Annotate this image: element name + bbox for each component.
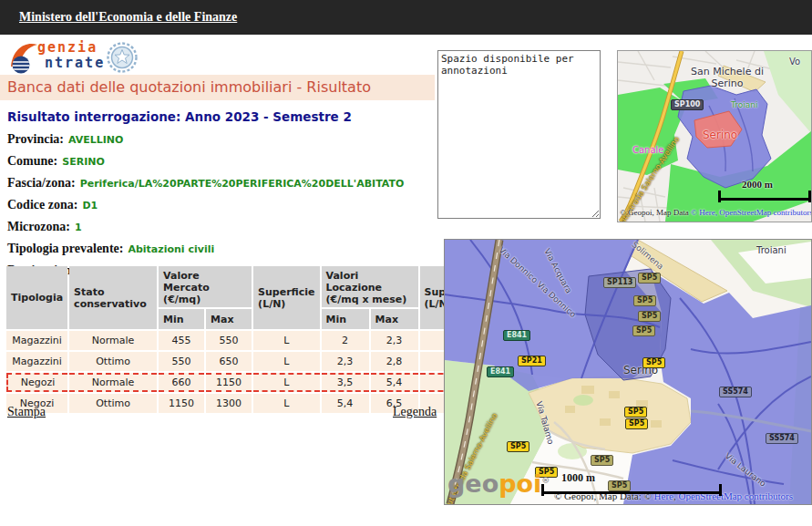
cell: 2,3 (371, 331, 418, 350)
road-badge-sp5: SP5 (624, 407, 647, 418)
road-badge-e841: E841 (487, 366, 514, 377)
stampa-link[interactable]: Stampa (7, 405, 46, 419)
road-badge-sp5: SP5 (632, 325, 655, 336)
cell: 1150 (206, 373, 252, 392)
field-provincia: Provincia: AVELLINO (7, 129, 432, 150)
field-microzona: Microzona: 1 (7, 216, 432, 238)
col-min: Min (322, 309, 369, 329)
page-title: Banca dati delle quotazioni immobiliari … (0, 75, 435, 100)
road-badge-sp5: SP5 (638, 311, 661, 322)
result-heading: Risultato interrogazione: Anno 2023 - Se… (7, 107, 432, 129)
cell: Magazzini (6, 331, 67, 350)
cell: Ottimo (69, 352, 157, 371)
cell: L (253, 373, 319, 392)
map-scale-bar (718, 191, 811, 202)
field-label: Provincia: (7, 132, 64, 147)
field-value: D1 (82, 200, 98, 211)
road-badge-sp5: SP5 (591, 455, 613, 466)
road-badge-sp100: SP100 (671, 99, 704, 110)
map-scale-text: 2000 m (742, 179, 773, 190)
result-panel: Risultato interrogazione: Anno 2023 - Se… (7, 107, 432, 282)
road-badge-sp5: SP5 (625, 418, 648, 429)
cell: L (253, 331, 319, 350)
road-badge-e841: E841 (503, 330, 530, 341)
cell: 455 (159, 331, 204, 350)
ministry-link[interactable]: Ministero dell'Economia e delle Finanze (19, 10, 237, 25)
overview-map[interactable]: San Michele di Serino Vo SP100 Troiani S… (617, 50, 812, 222)
cell: Normale (69, 331, 157, 350)
field-fascia-zona: Fascia/zona: Periferica/LA%20PARTE%20PER… (7, 172, 432, 194)
field-value: Abitazioni civili (128, 243, 214, 255)
map-label-town: San Michele di Serino (680, 66, 775, 89)
map-label-troiani: Troiani (756, 245, 786, 255)
field-value: AVELLINO (68, 134, 123, 146)
field-codice-zona: Codice zona: D1 (7, 194, 432, 216)
cell: 660 (159, 373, 204, 392)
cell: 2 (322, 331, 369, 350)
cell: Ottimo (69, 394, 157, 413)
col-stato-conservativo: Stato conservativo (69, 266, 157, 329)
field-label: Microzona: (7, 220, 70, 234)
col-valore-mercato: Valore Mercato (€/mq) (159, 266, 252, 307)
geopoi-logo-poi: poi (499, 469, 541, 498)
map-label-canale: Canale (632, 145, 664, 155)
attribution-links[interactable]: © Here, OpenStreetMap contributors (691, 208, 812, 217)
cell: 2,8 (371, 352, 418, 371)
table-header-row: Tipologia Stato conservativo Valore Merc… (6, 266, 488, 307)
cell: 1300 (206, 394, 252, 413)
road-badge-ss574: SS574 (719, 387, 752, 397)
road-badge-sp5: SP5 (638, 273, 661, 284)
cell: 1150 (159, 394, 204, 413)
col-superficie: Superficie (L/N) (253, 266, 319, 329)
field-value: Periferica/LA%20PARTE%20PERIFERICA%20DEL… (80, 178, 405, 190)
map-label-troiani: Troiani (731, 100, 757, 109)
field-tipologia-prevalente: Tipologia prevalente: Abitazioni civili (7, 238, 432, 260)
map-attribution: © Geopoi, Map Data © Here, OpenStreetMap… (620, 208, 812, 217)
cell: 550 (159, 352, 204, 371)
field-label: Codice zona: (7, 198, 77, 212)
cell: 5,4 (371, 373, 418, 392)
field-value: 1 (75, 222, 82, 233)
map-label-partial: Vo (789, 57, 800, 67)
table-row: Magazzini Ottimo 550 650 L 2,3 2,8 L (6, 352, 488, 371)
field-label: Tipologia prevalente: (7, 242, 123, 256)
table-row-highlighted: Negozi Normale 660 1150 L 3,5 5,4 L (6, 373, 488, 392)
field-label: Comune: (7, 154, 57, 169)
geopoi-logo: geopoi® (447, 469, 550, 498)
cell: L (253, 394, 319, 413)
cell: 2,3 (322, 352, 369, 371)
logo-text-agenzia: genzia (37, 39, 98, 56)
cell: 3,5 (322, 373, 369, 392)
quotations-table: Tipologia Stato conservativo Valore Merc… (5, 264, 489, 415)
page: Ministero dell'Economia e delle Finanze … (0, 0, 812, 526)
road-badge-sp113: SP113 (603, 277, 636, 288)
attribution-text: © Geopoi, Map Data (620, 208, 691, 217)
table-row: Magazzini Normale 455 550 L 2 2,3 L (6, 331, 488, 350)
col-max: Max (371, 309, 418, 329)
cell: 650 (206, 352, 252, 371)
field-label: Fascia/zona: (7, 176, 76, 191)
col-min: Min (159, 309, 204, 329)
cell: Normale (69, 373, 157, 392)
cell: 5,4 (322, 394, 369, 413)
road-badge-sp5: SP5 (642, 357, 665, 368)
annotations-textarea[interactable]: Spazio disponibile per annotazioni (437, 50, 601, 219)
road-badge-sp21: SP21 (518, 356, 546, 366)
cell: 550 (206, 331, 252, 350)
cell: L (253, 352, 319, 371)
road-badge-sp5: SP5 (507, 441, 529, 452)
ministry-bar: Ministero dell'Economia e delle Finanze (0, 0, 812, 35)
legenda-link[interactable]: Legenda (393, 405, 437, 419)
col-valori-locazione: Valori Locazione (€/mq x mese) (322, 266, 418, 307)
italy-emblem-icon (106, 41, 139, 74)
field-comune: Comune: SERINO (7, 150, 432, 172)
col-tipologia: Tipologia (6, 266, 67, 329)
field-value: SERINO (62, 156, 105, 168)
zone-map[interactable]: Via Donnico Via Donnico Via Acquara Soli… (444, 239, 812, 505)
map-scale-text: 1000 m (561, 471, 595, 485)
col-max: Max (206, 309, 252, 329)
map-scale-bar (541, 484, 722, 496)
cell: Magazzini (6, 352, 67, 371)
cell: Negozi (6, 373, 67, 392)
road-badge-ss574: SS574 (766, 433, 798, 444)
